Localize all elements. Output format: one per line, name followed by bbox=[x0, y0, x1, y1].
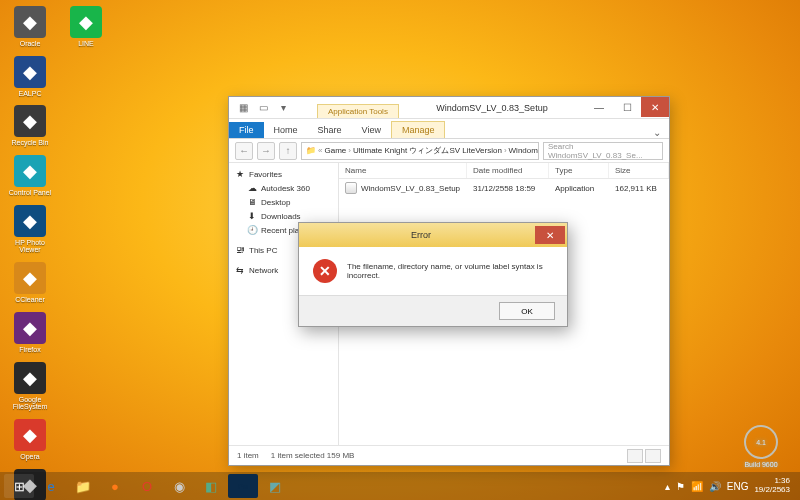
app-icon: ◆ bbox=[14, 56, 46, 88]
exe-icon bbox=[345, 182, 357, 194]
ribbon-manage[interactable]: Manage bbox=[391, 121, 446, 138]
explorer-titlebar[interactable]: ▦ ▭ ▾ Application Tools WindomSV_LV_0.83… bbox=[229, 97, 669, 119]
tray-flag-icon[interactable]: ⚑ bbox=[676, 481, 685, 492]
desktop-icon[interactable]: ◆Google FileSystem bbox=[4, 360, 56, 413]
desktop-icon[interactable]: ◆Oracle bbox=[4, 4, 56, 50]
address-bar-row: ← → ↑ 📁 « Game › Ultimate Knight ウィンダムSV… bbox=[229, 139, 669, 163]
error-dialog: Error ✕ ✕ The filename, directory name, … bbox=[298, 222, 568, 327]
icon-label: Google FileSystem bbox=[6, 396, 54, 411]
view-details-button[interactable] bbox=[627, 449, 643, 463]
context-tab: Application Tools bbox=[317, 104, 399, 118]
taskbar-app2-button[interactable]: ◩ bbox=[260, 474, 290, 498]
nav-favorites[interactable]: ★Favorites bbox=[229, 167, 338, 181]
desktop-icon[interactable]: ◆Firefox bbox=[4, 310, 56, 356]
list-item[interactable]: WindomSV_LV_0.83_Setup 31/12/2558 18:59 … bbox=[339, 179, 669, 197]
app-icon: ◆ bbox=[14, 362, 46, 394]
breadcrumb[interactable]: 📁 « Game › Ultimate Knight ウィンダムSV LiteV… bbox=[301, 142, 539, 160]
maximize-button[interactable]: ☐ bbox=[613, 97, 641, 117]
status-count: 1 item bbox=[237, 451, 259, 460]
desktop-icon[interactable]: ◆LINE bbox=[60, 4, 112, 50]
app-icon: ◆ bbox=[14, 155, 46, 187]
desktop-icon: 🖥 bbox=[247, 197, 257, 207]
crumb[interactable]: WindomSV_LV_0.83_Setup bbox=[509, 146, 539, 155]
col-name[interactable]: Name bbox=[339, 163, 467, 178]
nav-item[interactable]: ☁Autodesk 360 bbox=[229, 181, 338, 195]
minimize-button[interactable]: — bbox=[585, 97, 613, 117]
nav-item[interactable]: ⬇Downloads bbox=[229, 209, 338, 223]
qat-dropdown-icon[interactable]: ▾ bbox=[275, 100, 291, 116]
dialog-close-button[interactable]: ✕ bbox=[535, 226, 565, 244]
taskbar-ie-button[interactable]: e bbox=[36, 474, 66, 498]
nav-forward-button[interactable]: → bbox=[257, 142, 275, 160]
dialog-message: The filename, directory name, or volume … bbox=[347, 262, 553, 280]
tray-up-icon[interactable]: ▴ bbox=[665, 481, 670, 492]
taskbar-app1-button[interactable]: ◧ bbox=[196, 474, 226, 498]
desktop-icon[interactable]: ◆Recycle Bin bbox=[4, 103, 56, 149]
cloud-icon: ☁ bbox=[247, 183, 257, 193]
ribbon-view[interactable]: View bbox=[352, 122, 391, 138]
recent-icon: 🕘 bbox=[247, 225, 257, 235]
desktop-icon[interactable]: ◆Control Panel bbox=[4, 153, 56, 199]
desktop-icon[interactable]: ◆EALPC bbox=[4, 54, 56, 100]
taskbar-firefox-button[interactable]: ● bbox=[100, 474, 130, 498]
crumb[interactable]: Game bbox=[324, 146, 346, 155]
icon-label: Oracle bbox=[20, 40, 41, 48]
gadget-label: Build 9600 bbox=[744, 461, 778, 468]
ok-button[interactable]: OK bbox=[499, 302, 555, 320]
view-large-button[interactable] bbox=[645, 449, 661, 463]
app-icon: ◆ bbox=[70, 6, 102, 38]
window-title: WindomSV_LV_0.83_Setup bbox=[399, 103, 585, 113]
desktop-icon[interactable]: ◆HP Photo Viewer bbox=[4, 203, 56, 256]
tray-volume-icon[interactable]: 🔊 bbox=[709, 481, 721, 492]
status-bar: 1 item 1 item selected 159 MB bbox=[229, 445, 669, 465]
close-button[interactable]: ✕ bbox=[641, 97, 669, 117]
ribbon-collapse-icon[interactable]: ⌄ bbox=[645, 127, 669, 138]
tray-network-icon[interactable]: 📶 bbox=[691, 481, 703, 492]
app-icon: ◆ bbox=[14, 205, 46, 237]
taskbar-explorer-button[interactable]: 📁 bbox=[68, 474, 98, 498]
system-tray: ▴ ⚑ 📶 🔊 ENG 1:36 19/2/2563 bbox=[665, 477, 796, 495]
nav-up-button[interactable]: ↑ bbox=[279, 142, 297, 160]
icon-label: Opera bbox=[20, 453, 39, 461]
ribbon-file[interactable]: File bbox=[229, 122, 264, 138]
desktop-icon[interactable]: ◆Opera bbox=[4, 417, 56, 463]
app-icon: ◆ bbox=[14, 419, 46, 451]
search-input[interactable]: Search WindomSV_LV_0.83_Se... bbox=[543, 142, 663, 160]
col-type[interactable]: Type bbox=[549, 163, 609, 178]
taskbar-chrome-button[interactable]: ◉ bbox=[164, 474, 194, 498]
dialog-titlebar[interactable]: Error ✕ bbox=[299, 223, 567, 247]
gadget-value: 4.1 bbox=[744, 425, 778, 459]
icon-label: Control Panel bbox=[9, 189, 51, 197]
nav-back-button[interactable]: ← bbox=[235, 142, 253, 160]
col-size[interactable]: Size bbox=[609, 163, 669, 178]
icon-label: EALPC bbox=[19, 90, 42, 98]
icon-label: HP Photo Viewer bbox=[6, 239, 54, 254]
dialog-title: Error bbox=[307, 230, 535, 240]
tray-lang[interactable]: ENG bbox=[727, 481, 749, 492]
star-icon: ★ bbox=[235, 169, 245, 179]
app-icon: ◆ bbox=[14, 262, 46, 294]
taskbar-photoshop-button[interactable]: Ps bbox=[228, 474, 258, 498]
taskbar-clock[interactable]: 1:36 19/2/2563 bbox=[754, 477, 790, 495]
taskbar-opera-button[interactable]: O bbox=[132, 474, 162, 498]
search-placeholder: Search WindomSV_LV_0.83_Se... bbox=[548, 142, 658, 160]
list-header[interactable]: Name Date modified Type Size bbox=[339, 163, 669, 179]
folder-icon: 📁 bbox=[306, 146, 316, 155]
taskbar-start-button[interactable]: ⊞ bbox=[4, 474, 34, 498]
taskbar: ⊞e📁●O◉◧Ps◩ ▴ ⚑ 📶 🔊 ENG 1:36 19/2/2563 bbox=[0, 472, 800, 500]
ribbon-tabs: File Home Share View Manage ⌄ bbox=[229, 119, 669, 139]
app-icon: ◆ bbox=[14, 105, 46, 137]
qat-properties-icon[interactable]: ▦ bbox=[235, 100, 251, 116]
qat-newfolder-icon[interactable]: ▭ bbox=[255, 100, 271, 116]
icon-label: LINE bbox=[78, 40, 94, 48]
desktop-icon[interactable]: ◆CCleaner bbox=[4, 260, 56, 306]
crumb[interactable]: Ultimate Knight ウィンダムSV LiteVersion bbox=[353, 145, 502, 156]
ribbon-home[interactable]: Home bbox=[264, 122, 308, 138]
download-icon: ⬇ bbox=[247, 211, 257, 221]
error-icon: ✕ bbox=[313, 259, 337, 283]
nav-item[interactable]: 🖥Desktop bbox=[229, 195, 338, 209]
col-date[interactable]: Date modified bbox=[467, 163, 549, 178]
network-icon: ⇆ bbox=[235, 265, 245, 275]
build-gadget: 4.1 Build 9600 bbox=[744, 425, 778, 468]
ribbon-share[interactable]: Share bbox=[308, 122, 352, 138]
